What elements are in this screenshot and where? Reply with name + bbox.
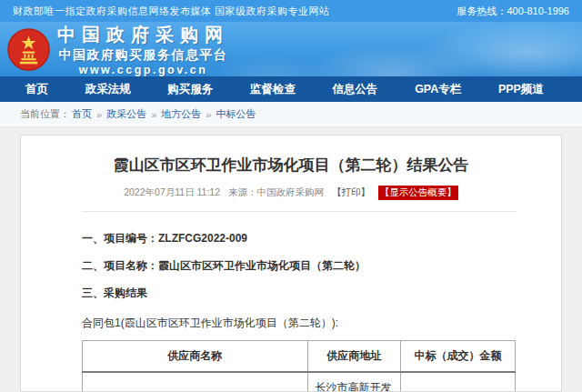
breadcrumb-separator: » xyxy=(151,109,156,120)
site-slogan: 财政部唯一指定政府采购信息网络发布媒体 国家级政府采购专业网站 xyxy=(13,5,330,18)
hotline-label: 服务热线： xyxy=(457,5,507,16)
table-header-row: 供应商名称 供应商地址 中标（成交）金额 xyxy=(83,341,516,373)
procurement-result-line: 三、采购结果 xyxy=(82,286,516,301)
result-table: 供应商名称 供应商地址 中标（成交）金额 长沙中联重科环境产业有限公司 长沙市高… xyxy=(82,340,516,392)
site-logo[interactable]: 中国政府采购网 中国政府购买服务信息平台 www.ccgp.gov.cn xyxy=(0,23,229,76)
national-emblem-icon xyxy=(7,28,50,71)
service-hotline: 服务热线：400-810-1996 xyxy=(457,5,569,18)
breadcrumb-separator: » xyxy=(206,109,211,120)
source-label: 来源： xyxy=(228,186,257,197)
site-banner: 中国政府采购网 中国政府购买服务信息平台 www.ccgp.gov.cn xyxy=(0,22,582,76)
project-name-line: 二、项目名称：霞山区市区环卫作业市场化项目（第二轮） xyxy=(82,258,516,274)
project-number-line: 一、项目编号：ZLZFCG2022-009 xyxy=(82,231,516,246)
page-title: 霞山区市区环卫作业市场化项目（第二轮）结果公告 xyxy=(21,155,561,176)
show-summary-button[interactable]: 【显示公告概要】 xyxy=(378,186,458,200)
main-area: 霞山区市区环卫作业市场化项目（第二轮）结果公告 2022年07月11日 11:1… xyxy=(0,135,582,392)
award-amount-cell: 253,839,378.00元 xyxy=(400,372,515,392)
nav-item-gpa[interactable]: GPA专栏 xyxy=(415,82,461,97)
nav-item-supervision[interactable]: 监督检查 xyxy=(250,82,296,97)
col-header-supplier-address: 供应商地址 xyxy=(307,341,400,373)
table-row: 长沙中联重科环境产业有限公司 长沙市高新开发区林语路288号 253,839,3… xyxy=(83,372,516,392)
nav-item-services[interactable]: 购买服务 xyxy=(167,82,213,97)
nav-item-ppp[interactable]: PPP频道 xyxy=(498,82,544,97)
contract-package-line: 合同包1(霞山区市区环卫作业市场化项目（第二轮）): xyxy=(82,316,516,331)
nav-item-home[interactable]: 首页 xyxy=(25,82,48,97)
breadcrumb-procurement-notices[interactable]: 政采公告 xyxy=(106,107,146,121)
breadcrumb-home[interactable]: 首页 xyxy=(72,107,92,121)
site-subtitle: 中国政府购买服务信息平台 xyxy=(57,47,229,64)
top-utility-bar: 财政部唯一指定政府采购信息网络发布媒体 国家级政府采购专业网站 服务热线：400… xyxy=(0,0,582,22)
main-nav: 首页 政采法规 购买服务 监督检查 信息公告 GPA专栏 PPP频道 xyxy=(0,76,582,102)
col-header-award-amount: 中标（成交）金额 xyxy=(400,341,515,373)
article-body: 一、项目编号：ZLZFCG2022-009 二、项目名称：霞山区市区环卫作业市场… xyxy=(21,212,561,392)
print-button[interactable]: 【打印】 xyxy=(332,186,370,197)
breadcrumb: 当前位置： 首页 » 政采公告 » 地方公告 » 中标公告 xyxy=(0,102,582,127)
breadcrumb-separator: » xyxy=(96,109,102,120)
site-name: 中国政府采购网 xyxy=(57,23,229,47)
site-url: www.ccgp.gov.cn xyxy=(57,64,229,76)
announcement-panel: 霞山区市区环卫作业市场化项目（第二轮）结果公告 2022年07月11日 11:1… xyxy=(20,135,562,392)
supplier-address-cell: 长沙市高新开发区林语路288号 xyxy=(307,372,400,392)
breadcrumb-local-notices[interactable]: 地方公告 xyxy=(161,107,201,121)
article-meta: 2022年07月11日 11:12 来源：中国政府采购网 【打印】 【显示公告概… xyxy=(21,186,561,200)
breadcrumb-label: 当前位置： xyxy=(20,107,70,121)
supplier-name-cell: 长沙中联重科环境产业有限公司 xyxy=(83,372,308,392)
breadcrumb-award-notices[interactable]: 中标公告 xyxy=(216,107,256,121)
logo-text: 中国政府采购网 中国政府购买服务信息平台 www.ccgp.gov.cn xyxy=(57,23,229,76)
nav-item-announcements[interactable]: 信息公告 xyxy=(333,82,378,97)
nav-item-laws[interactable]: 政采法规 xyxy=(85,82,131,97)
publish-datetime: 2022年07月11日 11:12 xyxy=(124,186,220,197)
col-header-supplier-name: 供应商名称 xyxy=(83,341,308,373)
source-name: 中国政府采购网 xyxy=(256,186,324,197)
hotline-number: 400-810-1996 xyxy=(507,5,569,16)
